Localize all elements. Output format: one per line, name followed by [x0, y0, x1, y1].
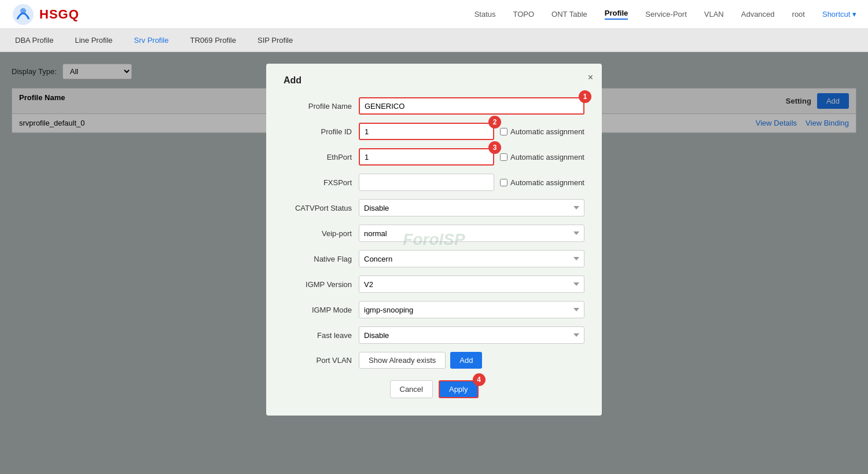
svg-point-1: [20, 8, 26, 14]
logo-area: HSGQ: [12, 3, 79, 26]
profile-name-input[interactable]: [359, 97, 584, 115]
nav-status[interactable]: Status: [475, 10, 496, 19]
fast-leave-row: Fast leave Disable Enable: [284, 326, 584, 344]
nav-topo[interactable]: TOPO: [513, 10, 534, 19]
port-vlan-label: Port VLAN: [284, 356, 359, 365]
tab-dba-profile[interactable]: DBA Profile: [6, 32, 62, 48]
nav-advanced[interactable]: Advanced: [741, 10, 775, 19]
fxsport-auto-assign: Automatic assignment: [500, 178, 584, 187]
modal-footer: Cancel Apply 4: [284, 380, 584, 398]
native-flag-row: Native Flag Concern Other: [284, 250, 584, 267]
fxsport-input[interactable]: [359, 174, 494, 191]
fxsport-checkbox[interactable]: [500, 179, 507, 186]
ethport-row: EthPort 3 Automatic assignment: [284, 148, 584, 166]
profile-id-checkbox[interactable]: [500, 128, 507, 135]
profile-id-label: Profile ID: [284, 127, 359, 136]
svg-point-0: [13, 4, 34, 25]
ethport-auto-assign: Automatic assignment: [500, 153, 584, 161]
profile-name-label: Profile Name: [284, 102, 359, 111]
nav-shortcut[interactable]: Shortcut ▾: [822, 10, 856, 19]
igmp-version-row: IGMP Version V2 V3: [284, 275, 584, 293]
sub-tabs: DBA Profile Line Profile Srv Profile TR0…: [0, 29, 868, 52]
fxsport-row: FXSPort Automatic assignment: [284, 174, 584, 191]
profile-id-row: Profile ID 2 Automatic assignment: [284, 123, 584, 140]
modal-close-button[interactable]: ×: [588, 72, 593, 83]
logo-text: HSGQ: [39, 7, 79, 22]
fast-leave-label: Fast leave: [284, 331, 359, 340]
step-badge-3: 3: [488, 141, 501, 154]
modal-title: Add: [284, 75, 584, 86]
igmp-mode-select[interactable]: igmp-snooping igmp-proxy: [359, 301, 584, 318]
fast-leave-select[interactable]: Disable Enable: [359, 326, 584, 344]
veipport-select[interactable]: normal other: [359, 225, 584, 242]
ethport-input-wrapper: 3: [359, 148, 494, 166]
fxsport-auto-label: Automatic assignment: [510, 178, 584, 187]
apply-wrapper: Apply 4: [439, 380, 479, 398]
step-badge-1: 1: [579, 90, 591, 103]
fxsport-label: FXSPort: [284, 178, 359, 187]
catvport-select[interactable]: Disable Enable: [359, 199, 584, 216]
apply-button[interactable]: Apply: [439, 380, 479, 398]
nav-ont-table[interactable]: ONT Table: [551, 10, 587, 19]
ethport-label: EthPort: [284, 153, 359, 161]
profile-id-input[interactable]: [359, 123, 494, 140]
catvport-label: CATVPort Status: [284, 204, 359, 212]
nav-service-port[interactable]: Service-Port: [645, 10, 687, 19]
igmp-mode-row: IGMP Mode igmp-snooping igmp-proxy: [284, 301, 584, 318]
modal-overlay: Add × Profile Name 1 Profile ID 2: [0, 52, 868, 474]
tab-tr069-profile[interactable]: TR069 Profile: [181, 32, 245, 48]
step-badge-2: 2: [488, 116, 501, 128]
veipport-row: Veip-port normal other: [284, 225, 584, 242]
nav-vlan[interactable]: VLAN: [704, 10, 724, 19]
profile-id-auto-assign: Automatic assignment: [500, 127, 584, 136]
port-vlan-buttons: Show Already exists Add: [359, 352, 482, 369]
tab-line-profile[interactable]: Line Profile: [65, 32, 122, 48]
main-content: Display Type: All Profile Name Prof... S…: [0, 52, 868, 474]
tab-srv-profile[interactable]: Srv Profile: [125, 32, 178, 48]
add-modal: Add × Profile Name 1 Profile ID 2: [266, 64, 602, 416]
top-navigation: HSGQ Status TOPO ONT Table Profile Servi…: [0, 0, 868, 29]
profile-id-auto-label: Automatic assignment: [510, 127, 584, 136]
igmp-mode-label: IGMP Mode: [284, 306, 359, 314]
native-flag-label: Native Flag: [284, 255, 359, 263]
show-already-exists-button[interactable]: Show Already exists: [359, 352, 446, 369]
catvport-row: CATVPort Status Disable Enable: [284, 199, 584, 216]
profile-name-row: Profile Name 1: [284, 97, 584, 115]
port-vlan-row: Port VLAN Show Already exists Add: [284, 352, 584, 369]
ethport-auto-label: Automatic assignment: [510, 153, 584, 161]
igmp-version-label: IGMP Version: [284, 280, 359, 289]
native-flag-select[interactable]: Concern Other: [359, 250, 584, 267]
nav-root[interactable]: root: [792, 10, 805, 19]
igmp-version-select[interactable]: V2 V3: [359, 275, 584, 293]
nav-links: Status TOPO ONT Table Profile Service-Po…: [475, 9, 856, 20]
port-vlan-add-button[interactable]: Add: [450, 352, 482, 369]
ethport-input[interactable]: [359, 148, 494, 166]
profile-name-input-wrapper: 1: [359, 97, 584, 115]
cancel-button[interactable]: Cancel: [390, 380, 433, 398]
ethport-checkbox[interactable]: [500, 153, 507, 161]
tab-sip-profile[interactable]: SIP Profile: [248, 32, 302, 48]
step-badge-4: 4: [473, 373, 486, 386]
nav-profile[interactable]: Profile: [605, 9, 628, 20]
profile-id-input-wrapper: 2: [359, 123, 494, 140]
veipport-label: Veip-port: [284, 229, 359, 238]
logo-icon: [12, 3, 35, 26]
